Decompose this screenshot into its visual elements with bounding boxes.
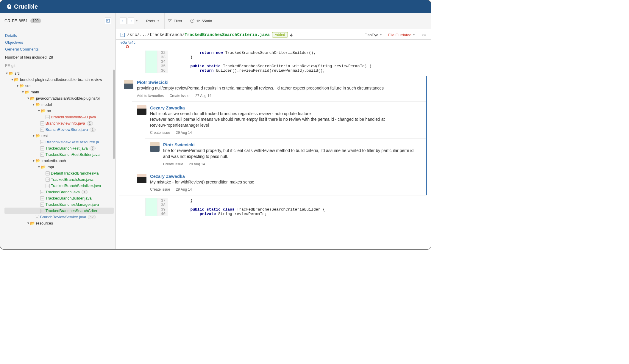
comment-thread: Piotr Swiecicki providing null/empty rev… [119,76,427,195]
tree-file-trackedbranchjson[interactable]: ◦◦TrackedBranchJson.java [4,176,114,183]
file-icon: ◦◦ [46,178,50,182]
avatar[interactable] [124,80,133,89]
file-outdated-dropdown[interactable]: File Outdated▼ [388,33,415,37]
file-path[interactable]: /src/.../trackedbranch/TrackedBranchesSe… [127,32,270,37]
code-line[interactable]: 36 return builder().reviewPermaId(review… [116,68,431,73]
tree-file-trackedbranch[interactable]: ◦◦TrackedBranch.java1 [4,189,114,195]
comment-date: 27 Aug 14 [195,94,211,98]
comment-text: My mistake - for withReview() preconditi… [150,179,422,185]
tree-file-branchreviewstore[interactable]: ◦◦BranchReviewStore.java1 [4,126,114,133]
create-issue-link[interactable]: Create issue [150,187,170,192]
file-badge: 1 [87,121,93,125]
avatar[interactable] [150,142,160,152]
topbar: Crucible [0,0,431,13]
tree-file-branchreviewinfoao[interactable]: ◦◦BranchReviewInfoAO.java [4,114,114,120]
file-badge: 17 [88,215,96,219]
file-badge: 1 [90,128,96,132]
tree-folder-trackedbranch[interactable]: ▼📂trackedbranch [4,158,114,164]
folder-icon: 📂 [35,102,40,107]
comment-date: 29 Aug 14 [189,162,205,166]
code-line[interactable]: 32 return new TrackedBranchesSearchCrite… [116,51,431,55]
tree-scrollbar[interactable] [113,70,115,159]
comment-author[interactable]: Cezary Zawadka [150,174,422,179]
review-id[interactable]: CR-FE-8851 109 [4,18,41,23]
collapse-sidebar-button[interactable] [105,18,111,24]
tree-folder-impl[interactable]: ▼📂impl [4,164,114,170]
tree-file-branchreviewrestresource[interactable]: ◦◦BranchReviewRestResource.ja [4,139,114,145]
tree-file-branchreviewinfo[interactable]: ◦◦BranchReviewInfo.java1 [4,120,114,126]
folder-icon: 📂 [30,96,35,101]
code-line[interactable]: 37 } [116,198,431,203]
nav-objectives[interactable]: Objectives [5,39,111,46]
tree-folder-main[interactable]: ▼📂main [4,89,114,95]
file-icon: ◦◦ [46,115,50,119]
link-icon[interactable]: ⫘ [421,32,426,37]
nav-dropdown[interactable]: ▼ [135,19,138,22]
repo-label: FE-git [5,62,111,70]
nav-general-comments[interactable]: General Comments [5,46,111,53]
code-view: 32 return new TrackedBranchesSearchCrite… [116,51,431,249]
tree-folder-model[interactable]: ▼📂model [4,101,114,108]
folder-icon: 📂 [35,159,40,163]
prefs-button[interactable]: Prefs▼ [146,19,160,23]
app-logo[interactable]: Crucible [6,3,38,10]
code-line[interactable]: 38 [116,203,431,207]
tree-folder-ao[interactable]: ▼📂ao [4,108,114,114]
filter-icon [168,19,172,23]
tree-folder-resources[interactable]: ▼📂resources [4,220,114,226]
comment: Piotr Swiecicki providing null/empty rev… [119,76,426,101]
file-icon: ◦◦ [40,153,44,157]
create-issue-link[interactable]: Create issue [163,162,183,166]
comment-reply: Cezary Zawadka My mistake - for withRevi… [132,170,426,195]
file-icon: ◦◦ [40,140,44,144]
tree-file-trackedbranchrest[interactable]: ◦◦TrackedBranchRest.java8 [4,145,114,151]
tree-folder-src[interactable]: ▼📂src [4,70,114,76]
file-icon: ◦◦ [40,196,44,200]
add-favourites-link[interactable]: Add to favourites [137,94,164,98]
nav-details[interactable]: Details [5,32,111,39]
time-spent[interactable]: 1h 55min [190,19,212,23]
review-id-text: CR-FE-8851 [4,18,28,23]
folder-icon: 📂 [19,84,24,88]
tree-file-defaulttrackedbranchesma[interactable]: ◦◦DefaultTrackedBranchesMa [4,170,114,176]
comment-author[interactable]: Cezary Zawadka [150,105,422,110]
tree-folder-java[interactable]: ▼📂java/com/atlassian/crucible/plugins/br [4,95,114,101]
create-issue-link[interactable]: Create issue [169,94,189,98]
code-line[interactable]: 40 private String reviewPermaId; [116,212,431,216]
collapse-icon [106,19,110,23]
comment-author[interactable]: Piotr Swiecicki [163,142,422,147]
tree-file-trackedbranchserializer[interactable]: ◦◦TrackedBranchSerializer.java [4,183,114,189]
comment-reply: Piotr Swiecicki fine for reviewPermaId p… [145,138,426,170]
tree-folder-src2[interactable]: ▼📂src [4,83,114,89]
folder-icon: 📂 [14,77,19,82]
prev-file-button[interactable]: ← [120,18,127,24]
comment-date: 29 Aug 14 [176,187,192,192]
app-name: Crucible [14,3,38,10]
tree-file-trackedbranchbuilder[interactable]: ◦◦TrackedBranchBuilder.java [4,195,114,201]
code-line[interactable]: 33 } [116,55,431,59]
comment-text: Null is ok as we search for all tracked … [150,111,422,128]
file-tree: ▼📂src ▼📂bundled-plugins/bundled/crucible… [0,70,116,249]
code-line[interactable]: 35 public static TrackedBranchesSearchCr… [116,64,431,68]
file-status-badge: Added [272,32,288,37]
fisheye-dropdown[interactable]: FishEye▼ [364,33,382,37]
tree-file-branchreviewservice[interactable]: ◦◦BranchReviewService.java17 [4,214,114,220]
review-count-badge: 109 [30,18,41,23]
commit-hash[interactable]: e0a7a4c [121,40,135,45]
tree-folder-rest[interactable]: ▼📂rest [4,133,114,139]
next-file-button[interactable]: → [128,18,134,24]
create-issue-link[interactable]: Create issue [150,131,170,135]
comment-author[interactable]: Piotr Swiecicki [137,80,422,85]
tree-file-trackedbranchrestbuilder[interactable]: ◦◦TrackedBranchRestBuilder.java [4,151,114,158]
code-line[interactable]: 39 public static class TrackedBranchesSe… [116,207,431,212]
comment-date: 29 Aug 14 [176,131,192,135]
filter-button[interactable]: Filter [168,19,182,23]
tree-folder-bundled[interactable]: ▼📂bundled-plugins/bundled/crucible-branc… [4,76,114,83]
code-line[interactable]: 34 [116,59,431,64]
sidebar-header: CR-FE-8851 109 [0,13,116,29]
avatar[interactable] [137,174,146,183]
tree-file-trackedbranchessearchcriteri[interactable]: ◦◦TrackedBranchesSearchCriteri [4,208,114,214]
file-icon: ◦◦ [46,171,50,175]
avatar[interactable] [137,105,146,115]
tree-file-trackedbranchesmanager[interactable]: ◦◦TrackedBranchesManager.java [4,201,114,208]
